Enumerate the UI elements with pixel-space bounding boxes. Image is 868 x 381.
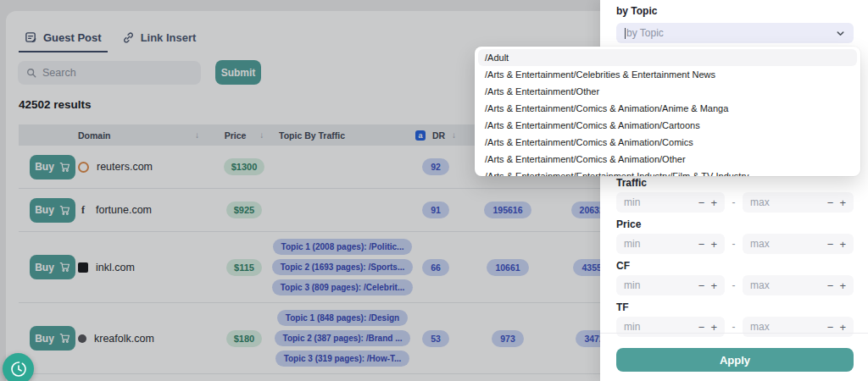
dropdown-option[interactable]: /Arts & Entertainment/Comics & Animation… xyxy=(478,100,857,117)
range-filter-section: Price min − + - max − + xyxy=(616,218,854,254)
range-filter-section: Traffic min − + - max − + xyxy=(616,177,854,213)
range-filter-label: CF xyxy=(616,260,854,272)
min-placeholder: min xyxy=(624,196,698,208)
topic-dropdown: /Adult/Arts & Entertainment/Celebrities … xyxy=(475,47,860,176)
increment-icon[interactable]: + xyxy=(710,279,717,292)
range-filter-label: Price xyxy=(616,218,854,230)
range-filter-row: min − + - max − + xyxy=(616,275,854,295)
dropdown-option[interactable]: /Arts & Entertainment/Entertainment Indu… xyxy=(478,168,857,176)
decrement-icon[interactable]: − xyxy=(827,196,834,209)
timer-widget[interactable] xyxy=(3,353,34,381)
range-filters: Traffic min − + - max − + xyxy=(616,177,854,337)
increment-icon[interactable]: + xyxy=(710,321,717,334)
increment-icon[interactable]: + xyxy=(839,238,846,251)
range-filter-row: min − + - max − + xyxy=(616,192,854,213)
decrement-icon[interactable]: − xyxy=(698,196,705,209)
increment-icon[interactable]: + xyxy=(710,196,717,209)
decrement-icon[interactable]: − xyxy=(698,321,705,334)
increment-icon[interactable]: + xyxy=(839,321,846,334)
min-input[interactable]: min − + xyxy=(616,192,725,213)
chevron-down-icon[interactable] xyxy=(836,29,845,38)
topic-filter-label: by Topic xyxy=(616,5,854,17)
dropdown-option[interactable]: /Arts & Entertainment/Comics & Animation… xyxy=(478,151,857,168)
topic-select-value: by Topic xyxy=(626,27,836,39)
text-caret xyxy=(625,28,626,39)
page: Guest Post Link Insert Search Submit 425… xyxy=(0,0,868,381)
min-placeholder: min xyxy=(624,321,698,333)
min-placeholder: min xyxy=(624,279,698,291)
dropdown-option[interactable]: /Arts & Entertainment/Comics & Animation… xyxy=(478,117,857,134)
range-filter-section: CF min − + - max − + xyxy=(616,260,854,295)
max-placeholder: max xyxy=(750,238,827,250)
min-input[interactable]: min − + xyxy=(616,234,725,254)
increment-icon[interactable]: + xyxy=(710,238,717,251)
dropdown-option[interactable]: /Arts & Entertainment/Celebrities & Ente… xyxy=(478,66,857,83)
range-filter-section: TF min − + - max − + xyxy=(616,301,854,337)
max-placeholder: max xyxy=(750,196,827,208)
increment-icon[interactable]: + xyxy=(839,196,846,209)
min-input[interactable]: min − + xyxy=(616,275,725,295)
increment-icon[interactable]: + xyxy=(839,279,846,292)
dropdown-option[interactable]: /Arts & Entertainment/Comics & Animation… xyxy=(478,134,857,151)
dropdown-option[interactable]: /Adult xyxy=(478,49,857,66)
topic-select[interactable]: by Topic xyxy=(616,23,854,43)
apply-button[interactable]: Apply xyxy=(616,348,854,372)
range-separator: - xyxy=(725,279,743,291)
range-separator: - xyxy=(725,196,743,208)
max-placeholder: max xyxy=(750,321,827,333)
decrement-icon[interactable]: − xyxy=(827,238,834,251)
max-input[interactable]: max − + xyxy=(743,275,854,295)
decrement-icon[interactable]: − xyxy=(827,321,834,334)
max-placeholder: max xyxy=(750,279,827,291)
decrement-icon[interactable]: − xyxy=(698,238,705,251)
range-filter-label: TF xyxy=(616,301,854,313)
range-separator: - xyxy=(725,238,743,250)
range-filter-label: Traffic xyxy=(616,177,854,189)
clock-icon xyxy=(8,359,29,379)
max-input[interactable]: max − + xyxy=(743,234,854,254)
max-input[interactable]: max − + xyxy=(743,192,854,213)
dropdown-option[interactable]: /Arts & Entertainment/Other xyxy=(478,83,857,100)
range-separator: - xyxy=(725,321,743,333)
decrement-icon[interactable]: − xyxy=(827,279,834,292)
range-filter-row: min − + - max − + xyxy=(616,234,854,254)
decrement-icon[interactable]: − xyxy=(698,279,705,292)
panel-footer: Apply xyxy=(600,333,868,381)
min-placeholder: min xyxy=(624,238,698,250)
